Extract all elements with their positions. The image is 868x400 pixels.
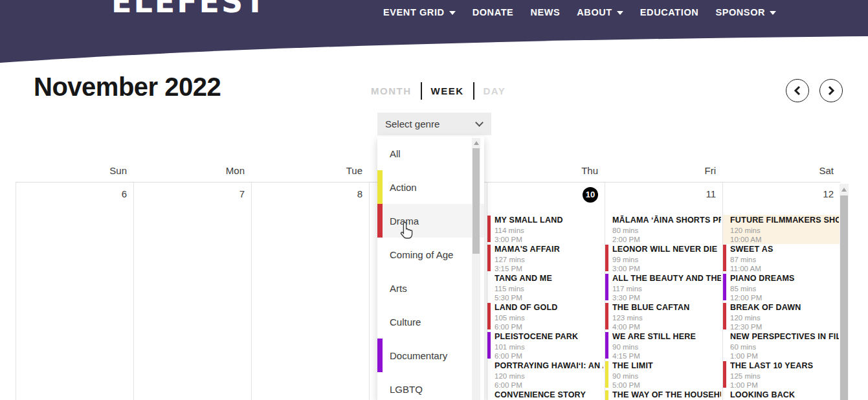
genre-option-culture[interactable]: Culture (377, 305, 484, 339)
dow-mon: Mon (133, 165, 251, 182)
event-list: FUTURE FILMMAKERS SHOW 120 mins 10:00 AM… (723, 215, 840, 400)
event-runtime: 87 mins (730, 255, 839, 264)
event-time: 3:30 PM (612, 293, 721, 302)
day-column-tue: 8 (251, 183, 369, 400)
scroll-up-arrow-icon[interactable] (841, 188, 847, 192)
genre-option-arts[interactable]: Arts (377, 271, 484, 305)
genre-option-documentary[interactable]: Documentary (377, 339, 484, 372)
event-malama-aina-shorts[interactable]: MĀLAMA ʻĀINA SHORTS PRO 80 mins 2:00 PM (605, 215, 722, 244)
event-title: MY SMALL LAND (495, 216, 603, 225)
genre-option-all[interactable]: All (377, 137, 484, 170)
site-logo[interactable]: ELEFEST (111, 0, 267, 19)
nav-label: EVENT GRID (383, 7, 445, 17)
event-break-of-dawn[interactable]: BREAK OF DAWN 120 mins 12:30 PM (723, 302, 840, 331)
nav-item-education[interactable]: EDUCATION (640, 7, 699, 17)
event-time: 12:00 PM (730, 293, 839, 302)
day-column-thu: 10 MY SMALL LAND 114 mins 3:00 PM MAMA'S… (487, 183, 605, 400)
view-toggle: MONTH WEEK DAY (371, 82, 506, 100)
event-title: SWEET AS (730, 245, 839, 254)
event-title: CONVENIENCE STORY (495, 390, 603, 400)
genre-option-label: Culture (390, 317, 421, 328)
event-runtime: 90 mins (612, 372, 721, 381)
event-mamas-affair[interactable]: MAMA'S AFFAIR 127 mins 3:15 PM (487, 244, 605, 273)
dow-sun: Sun (16, 165, 133, 182)
genre-color-bar (723, 245, 726, 271)
event-land-of-gold[interactable]: LAND OF GOLD 105 mins 6:00 PM (487, 302, 605, 331)
nav-label: ABOUT (577, 7, 612, 17)
scroll-up-arrow-icon[interactable] (474, 141, 479, 145)
event-runtime: 114 mins (495, 226, 603, 235)
day-column-sat: 12 FUTURE FILMMAKERS SHOW 120 mins 10:00… (722, 183, 840, 400)
nav-label: EDUCATION (640, 7, 699, 17)
genre-option-label: Action (390, 182, 417, 193)
event-sweet-as[interactable]: SWEET AS 87 mins 11:00 AM (723, 244, 840, 273)
nav-item-news[interactable]: NEWS (530, 7, 560, 17)
calendar-scrollbar[interactable] (840, 184, 849, 400)
event-pleistocene-park[interactable]: PLEISTOCENE PARK 101 mins 6:00 PM (487, 331, 605, 361)
event-tang-and-me[interactable]: TANG AND ME 115 mins 5:30 PM (487, 273, 605, 302)
event-runtime: 120 mins (730, 313, 839, 322)
nav-item-event-grid[interactable]: EVENT GRID (383, 7, 456, 17)
scrollbar-thumb[interactable] (840, 195, 848, 400)
prev-week-button[interactable] (786, 79, 809, 102)
event-we-are-still-here[interactable]: WE ARE STILL HERE 90 mins 4:15 PM (605, 331, 722, 361)
event-portraying-hawaii[interactable]: PORTRAYING HAWAIʻI: AN A 120 mins 6:00 P… (487, 361, 605, 390)
event-leonor-will-never-die[interactable]: LEONOR WILL NEVER DIE 99 mins 3:00 PM (605, 244, 722, 273)
genre-select-label: Select genre (385, 118, 440, 129)
genre-color-bar (605, 332, 608, 359)
nav-item-donate[interactable]: DONATE (473, 7, 514, 17)
scrollbar-thumb[interactable] (473, 148, 480, 254)
event-the-limit[interactable]: THE LIMIT 90 mins 5:00 PM (605, 361, 722, 390)
genre-option-lgbtq[interactable]: LGBTQ (377, 372, 484, 400)
genre-color-bar (723, 274, 726, 300)
nav-label: NEWS (530, 7, 560, 17)
event-runtime: 60 mins (730, 342, 839, 351)
nav-item-about[interactable]: ABOUT (577, 7, 623, 17)
event-the-blue-caftan[interactable]: THE BLUE CAFTAN 123 mins 4:00 PM (605, 302, 722, 331)
genre-color-bar (605, 245, 608, 271)
event-new-perspectives-in-film[interactable]: NEW PERSPECTIVES IN FILM 60 mins 1:00 PM (723, 331, 840, 361)
event-all-the-beauty[interactable]: ALL THE BEAUTY AND THE B 117 mins 3:30 P… (605, 273, 722, 302)
event-time: 2:00 PM (612, 235, 721, 244)
today-badge: 10 (583, 187, 598, 203)
genre-dropdown: All Action Drama Coming of Age Arts Cult… (377, 137, 484, 400)
event-convenience-story[interactable]: CONVENIENCE STORY (487, 390, 605, 400)
chevron-right-icon (827, 85, 836, 96)
page-title: November 2022 (34, 72, 221, 102)
genre-option-label: Arts (390, 283, 407, 294)
event-runtime: 125 mins (730, 372, 839, 381)
tab-week[interactable]: WEEK (431, 85, 464, 96)
event-time: 12:30 PM (730, 322, 839, 331)
day-column-sun: 6 (16, 183, 133, 400)
tab-day[interactable]: DAY (484, 85, 506, 96)
genre-option-drama[interactable]: Drama (377, 204, 484, 238)
day-number-today: 10 (487, 183, 605, 205)
next-week-button[interactable] (819, 79, 843, 102)
event-runtime: 90 mins (612, 342, 721, 351)
genre-option-action[interactable]: Action (377, 170, 484, 204)
event-the-last-10-years[interactable]: THE LAST 10 YEARS 125 mins 1:00 PM (723, 361, 840, 390)
event-runtime: 127 mins (495, 255, 603, 264)
nav-item-sponsor[interactable]: SPONSOR (715, 7, 776, 17)
tab-month[interactable]: MONTH (371, 85, 412, 96)
dropdown-scrollbar[interactable] (472, 138, 480, 400)
event-runtime: 120 mins (730, 226, 839, 235)
event-looking-back[interactable]: LOOKING BACK (723, 390, 840, 400)
event-way-of-the-househusband[interactable]: THE WAY OF THE HOUSEHU (605, 390, 722, 400)
event-future-filmmakers-showcase[interactable]: FUTURE FILMMAKERS SHOW 120 mins 10:00 AM (723, 215, 840, 244)
event-piano-dreams[interactable]: PIANO DREAMS 85 mins 12:00 PM (723, 273, 840, 302)
nav-label: DONATE (473, 7, 514, 17)
event-time: 5:30 PM (495, 293, 603, 302)
genre-color-bar (377, 204, 383, 238)
event-title: LAND OF GOLD (495, 303, 603, 313)
event-title: LOOKING BACK (730, 390, 839, 400)
page: ELEFEST EVENT GRID DONATE NEWS ABOUT EDU… (0, 0, 868, 400)
event-time: 3:00 PM (495, 235, 603, 244)
genre-select-button[interactable]: Select genre (377, 113, 491, 135)
genre-option-coming-of-age[interactable]: Coming of Age (377, 238, 484, 271)
dow-fri: Fri (605, 165, 722, 182)
event-list: MY SMALL LAND 114 mins 3:00 PM MAMA'S AF… (487, 215, 605, 400)
event-list: MĀLAMA ʻĀINA SHORTS PRO 80 mins 2:00 PM … (605, 215, 722, 400)
event-my-small-land[interactable]: MY SMALL LAND 114 mins 3:00 PM (487, 215, 605, 244)
day-number: 8 (252, 183, 369, 205)
